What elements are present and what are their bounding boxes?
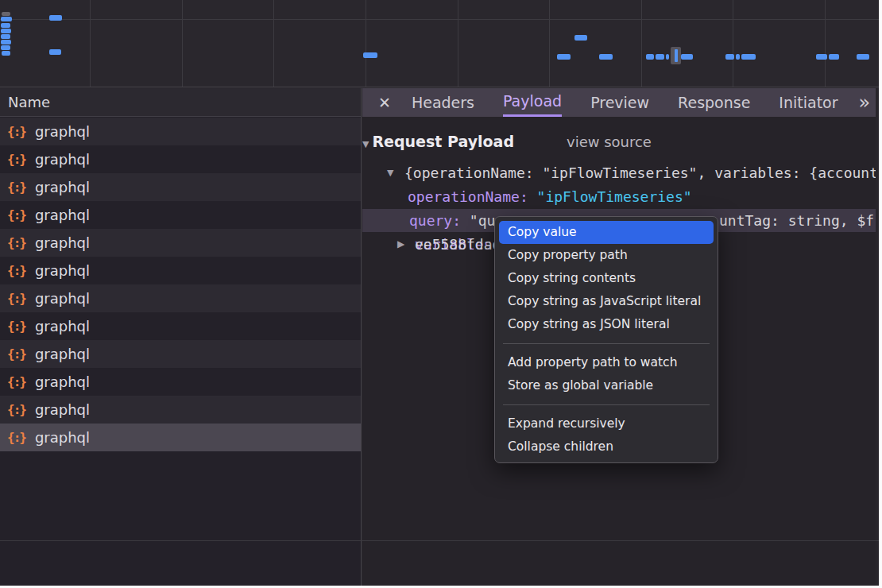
request-name: graphql xyxy=(35,429,90,446)
request-name: graphql xyxy=(35,401,90,418)
overview-gridline xyxy=(458,0,458,87)
request-list: {:}graphql{:}graphql{:}graphql{:}graphql… xyxy=(0,118,361,451)
request-name: graphql xyxy=(35,262,90,279)
network-activity-bar xyxy=(741,54,756,60)
request-name: graphql xyxy=(35,290,90,307)
overview-gridline xyxy=(733,0,733,87)
footer-divider xyxy=(0,540,879,541)
json-braces-icon: {:} xyxy=(7,374,25,389)
network-activity-bar xyxy=(2,12,10,16)
network-activity-bar xyxy=(829,54,839,60)
menu-item-collapse-children[interactable]: Collapse children xyxy=(499,435,714,458)
network-activity-bar xyxy=(49,49,61,55)
json-braces-icon: {:} xyxy=(7,319,25,334)
json-braces-icon: {:} xyxy=(7,124,25,139)
network-activity-bar xyxy=(656,54,664,60)
property-value-right-fragment: untTag: string, $f xyxy=(719,209,874,232)
details-tab-bar: ✕ Headers Payload Preview Response Initi… xyxy=(362,88,876,117)
network-request-row[interactable]: {:}graphql xyxy=(0,173,361,201)
selected-request-bar xyxy=(675,49,678,62)
request-name: graphql xyxy=(35,151,90,168)
network-request-row[interactable]: {:}graphql xyxy=(0,257,361,284)
request-payload-section-header: ▼Request Payload view source xyxy=(362,130,876,153)
variables-expander-icon[interactable]: ▶ xyxy=(397,233,404,256)
network-request-row[interactable]: {:}graphql xyxy=(0,118,361,145)
network-activity-bar xyxy=(857,54,869,60)
property-value-left-fragment: "qu xyxy=(470,212,496,229)
property-value: "ipFlowTimeseries" xyxy=(537,188,692,205)
request-name: graphql xyxy=(35,179,90,195)
overview-gridline xyxy=(182,0,183,87)
network-request-row[interactable]: {:}graphql xyxy=(0,396,361,424)
network-activity-bar xyxy=(1,29,11,33)
network-activity-bar xyxy=(1,40,11,44)
menu-item-copy-string-as-json-literal[interactable]: Copy string as JSON literal xyxy=(499,313,714,336)
network-activity-bar xyxy=(736,54,740,60)
network-activity-bar xyxy=(1,34,10,39)
menu-item-copy-string-contents[interactable]: Copy string contents xyxy=(499,267,714,290)
network-activity-bar xyxy=(2,51,10,56)
tab-preview[interactable]: Preview xyxy=(590,88,649,117)
network-request-row[interactable]: {:}graphql xyxy=(0,229,361,257)
network-overview[interactable] xyxy=(0,0,879,87)
json-braces-icon: {:} xyxy=(7,263,25,278)
network-activity-bar xyxy=(363,52,377,58)
tab-payload[interactable]: Payload xyxy=(503,88,562,117)
overview-gridline xyxy=(90,0,91,87)
json-braces-icon: {:} xyxy=(7,207,25,222)
menu-item-copy-string-as-javascript-literal[interactable]: Copy string as JavaScript literal xyxy=(499,290,714,313)
more-tabs-chevron-icon[interactable]: » xyxy=(859,88,871,117)
request-name: graphql xyxy=(35,318,90,335)
view-source-link[interactable]: view source xyxy=(567,130,652,153)
payload-property-operationName[interactable]: operationName: "ipFlowTimeseries" xyxy=(362,185,876,208)
network-request-row[interactable]: {:}graphql xyxy=(0,201,361,229)
section-expander-icon[interactable]: ▼ xyxy=(362,133,369,153)
overview-gridline xyxy=(549,0,550,87)
network-activity-bar xyxy=(666,54,669,60)
json-braces-icon: {:} xyxy=(7,235,25,250)
network-activity-bar xyxy=(816,54,827,60)
network-activity-bar xyxy=(574,35,587,41)
menu-item-expand-recursively[interactable]: Expand recursively xyxy=(499,412,714,435)
section-title: Request Payload xyxy=(372,133,514,150)
menu-item-store-as-global-variable[interactable]: Store as global variable xyxy=(499,374,714,397)
object-preview-text: {operationName: "ipFlowTimeseries", vari… xyxy=(404,161,876,184)
menu-separator xyxy=(503,404,710,405)
menu-item-copy-value[interactable]: Copy value xyxy=(499,221,714,244)
request-name: graphql xyxy=(35,234,90,251)
network-request-row[interactable]: {:}graphql xyxy=(0,312,361,340)
tab-response[interactable]: Response xyxy=(678,88,750,117)
tab-initiator[interactable]: Initiator xyxy=(779,88,838,117)
json-braces-icon: {:} xyxy=(7,152,25,167)
menu-item-copy-property-path[interactable]: Copy property path xyxy=(499,244,714,267)
close-icon[interactable]: ✕ xyxy=(378,94,391,111)
json-braces-icon: {:} xyxy=(7,430,25,445)
overview-row-divider xyxy=(0,19,879,20)
overview-gridline xyxy=(641,0,642,87)
network-activity-bar xyxy=(1,17,12,21)
request-name: graphql xyxy=(35,123,90,140)
network-request-row[interactable]: {:}graphql xyxy=(0,368,361,396)
menu-item-add-property-path-to-watch[interactable]: Add property path to watch xyxy=(499,351,714,374)
network-activity-bar xyxy=(557,54,571,60)
network-activity-bar xyxy=(725,54,734,60)
network-request-row[interactable]: {:}graphql xyxy=(0,284,361,312)
network-request-row[interactable]: {:}graphql xyxy=(0,145,361,173)
network-request-row[interactable]: {:}graphql xyxy=(0,340,361,368)
overview-gridline xyxy=(366,0,366,87)
payload-object-preview-row[interactable]: ▼ {operationName: "ipFlowTimeseries", va… xyxy=(362,161,876,184)
tab-headers[interactable]: Headers xyxy=(412,88,474,117)
network-request-row[interactable]: {:}graphql xyxy=(0,424,361,451)
overview-gridline xyxy=(273,0,274,87)
property-key: operationName: xyxy=(408,188,537,205)
request-name: graphql xyxy=(35,346,90,362)
json-braces-icon: {:} xyxy=(7,291,25,306)
devtools-window: Name {:}graphql{:}graphql{:}graphql{:}gr… xyxy=(0,0,879,586)
request-name: graphql xyxy=(35,373,90,390)
network-activity-bar xyxy=(1,23,10,28)
object-expander-icon[interactable]: ▼ xyxy=(387,161,393,184)
name-column-header[interactable]: Name xyxy=(0,88,361,117)
json-braces-icon: {:} xyxy=(7,402,25,417)
context-menu: Copy valueCopy property pathCopy string … xyxy=(494,216,718,463)
network-activity-bar xyxy=(1,45,10,50)
